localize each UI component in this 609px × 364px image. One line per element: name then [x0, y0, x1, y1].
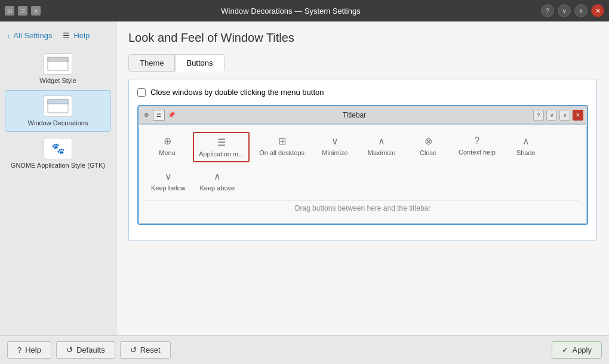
bottom-left: ? Help ↺ Defaults ↺ Reset [7, 341, 171, 359]
titlebar-controls: ? ∨ ∧ ✕ [541, 4, 604, 17]
reset-btn-icon: ↺ [130, 346, 137, 354]
keep-above-btn-label: Keep above [200, 184, 235, 192]
close-dbl-click-row: Close windows by double clicking the men… [137, 88, 588, 97]
help-link[interactable]: Help [73, 31, 90, 40]
tab-theme[interactable]: Theme [128, 54, 175, 72]
window-decorations-label: Window Decorations [28, 119, 88, 127]
tab-bar: Theme Buttons [128, 54, 597, 72]
keep-below-btn-icon: ∨ [165, 171, 172, 182]
defaults-btn-label: Defaults [76, 346, 105, 354]
tab-buttons[interactable]: Buttons [175, 54, 224, 72]
close-btn-icon: ⊗ [425, 135, 432, 147]
apply-btn-label: Apply [572, 346, 592, 354]
defaults-button[interactable]: ↺ Defaults [56, 341, 115, 359]
close-dbl-click-label: Close windows by double clicking the men… [150, 88, 324, 97]
btn-shade[interactable]: ∧ Shade [505, 132, 547, 162]
preview-move-icon: ⊕ [142, 111, 150, 119]
menu-btn-icon: ⊕ [164, 135, 171, 147]
titlebar-left: ⊞ ☰ ✕ [5, 6, 41, 16]
back-nav[interactable]: ‹ All Settings ☰ Help [0, 26, 116, 47]
defaults-btn-icon: ↺ [66, 346, 73, 354]
btn-maximize[interactable]: ∧ Maximize [361, 132, 402, 162]
app-titlebar: ⊞ ☰ ✕ Window Decorations — System Settin… [0, 0, 609, 21]
help-titlebar-btn[interactable]: ? [541, 4, 554, 17]
all-desktops-btn-label: On all desktops [259, 149, 304, 156]
app-menu-btn-label: Application m... [199, 150, 244, 158]
help-icon: ☰ [63, 31, 70, 40]
btn-menu[interactable]: ⊕ Menu [146, 132, 188, 162]
btn-minimize[interactable]: ∨ Minimize [314, 132, 356, 162]
context-help-btn-label: Context help [459, 149, 496, 156]
minimize-titlebar-btn[interactable]: ∨ [558, 4, 571, 17]
apply-button[interactable]: ✓ Apply [552, 341, 602, 359]
reset-button[interactable]: ↺ Reset [120, 341, 171, 359]
apply-btn-icon: ✓ [562, 346, 568, 354]
drag-hint: Drag buttons between here and the titleb… [146, 200, 579, 216]
buttons-grid: ⊕ Menu ☰ Application m... ⊞ On all deskt… [146, 132, 579, 195]
available-buttons-area: ⊕ Menu ☰ Application m... ⊞ On all deskt… [139, 124, 587, 224]
btn-keep-above[interactable]: ∧ Keep above [195, 167, 240, 195]
preview-close-btn[interactable]: ✕ [573, 110, 583, 121]
close-titlebar-btn[interactable]: ✕ [591, 4, 604, 17]
sidebar: ‹ All Settings ☰ Help Widget Style Windo [0, 21, 116, 335]
maximize-titlebar-btn[interactable]: ∧ [574, 4, 588, 17]
buttons-panel: Close windows by double clicking the men… [128, 79, 597, 241]
preview-max-btn[interactable]: ∧ [559, 110, 570, 121]
help-btn-icon: ? [17, 346, 21, 354]
context-help-btn-icon: ? [474, 135, 479, 146]
titlebar-preview: ⊕ ☰ 📌 Titlebar ? ∨ ∧ ✕ ⊕ [137, 105, 588, 225]
preview-pin-icon: 📌 [167, 111, 176, 119]
sidebar-item-window-decorations[interactable]: Window Decorations [5, 90, 111, 132]
reset-btn-label: Reset [140, 346, 161, 354]
all-settings-link[interactable]: All Settings [13, 31, 52, 40]
sidebar-item-widget-style[interactable]: Widget Style [5, 48, 111, 89]
preview-titlebar-bar: ⊕ ☰ 📌 Titlebar ? ∨ ∧ ✕ [139, 106, 587, 124]
btn-on-all-desktops[interactable]: ⊞ On all desktops [254, 132, 309, 162]
preview-min-btn[interactable]: ∨ [546, 110, 557, 121]
maximize-btn-icon: ∧ [378, 135, 385, 147]
preview-title: Titlebar [178, 111, 531, 119]
svg-rect-1 [48, 57, 68, 61]
app-icon-1: ⊞ [5, 6, 14, 16]
help-btn-label: Help [25, 346, 41, 354]
minimize-btn-icon: ∨ [331, 135, 339, 147]
gnome-app-label: GNOME Application Style (GTK) [11, 162, 105, 169]
preview-menu-btn[interactable]: ☰ [153, 110, 165, 121]
window-title: Window Decorations — System Settings [41, 7, 541, 16]
svg-rect-3 [48, 100, 68, 104]
btn-application-menu[interactable]: ☰ Application m... [193, 132, 250, 162]
bottom-bar: ? Help ↺ Defaults ↺ Reset ✓ Apply [0, 335, 609, 364]
shade-btn-icon: ∧ [522, 135, 530, 147]
app-icon-3: ✕ [31, 6, 41, 16]
maximize-btn-label: Maximize [368, 149, 395, 156]
window-decorations-icon [44, 95, 72, 117]
btn-context-help[interactable]: ? Context help [454, 132, 500, 162]
shade-btn-label: Shade [516, 149, 536, 156]
page-title: Look and Feel of Window Titles [128, 31, 597, 45]
all-desktops-btn-icon: ⊞ [278, 135, 286, 147]
app-menu-btn-icon: ☰ [217, 137, 226, 148]
gnome-app-icon: 🐾 [44, 138, 72, 159]
keep-below-btn-label: Keep below [151, 184, 186, 192]
keep-above-btn-icon: ∧ [214, 171, 221, 182]
app-icon-2: ☰ [18, 6, 27, 16]
close-dbl-click-checkbox[interactable] [137, 88, 146, 97]
menu-btn-label: Menu [159, 149, 176, 156]
close-btn-label: Close [420, 149, 436, 156]
main-layout: ‹ All Settings ☰ Help Widget Style Windo [0, 21, 609, 335]
help-button[interactable]: ? Help [7, 341, 51, 359]
btn-close[interactable]: ⊗ Close [407, 132, 449, 162]
preview-tb-controls: ? ∨ ∧ ✕ [533, 110, 583, 121]
content-area: Look and Feel of Window Titles Theme But… [116, 21, 609, 335]
minimize-btn-label: Minimize [322, 149, 347, 156]
widget-style-icon [44, 53, 72, 75]
sidebar-item-gnome-app[interactable]: 🐾 GNOME Application Style (GTK) [5, 133, 111, 174]
preview-help-btn[interactable]: ? [533, 110, 544, 121]
back-icon: ‹ [7, 31, 10, 40]
btn-keep-below[interactable]: ∨ Keep below [146, 167, 190, 195]
widget-style-label: Widget Style [39, 77, 76, 84]
